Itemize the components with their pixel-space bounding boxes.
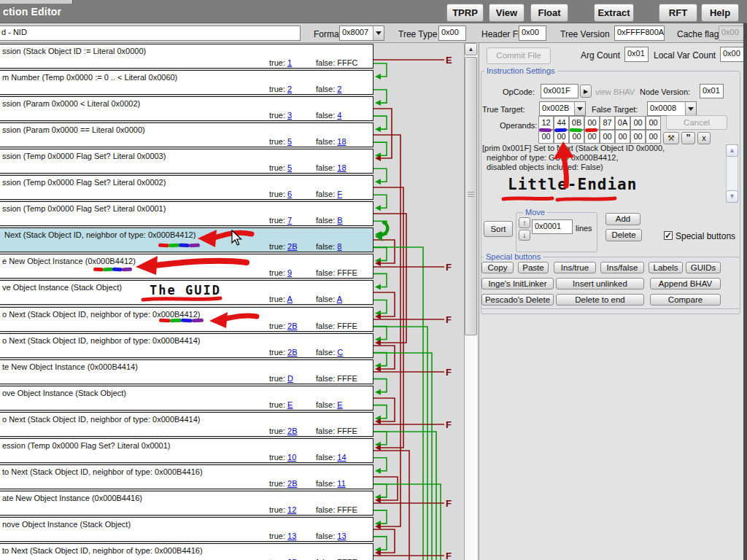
true-target[interactable]: 2B bbox=[287, 479, 297, 488]
false-target[interactable]: 13 bbox=[337, 532, 346, 540]
append-bhav-button[interactable]: Append BHAV bbox=[650, 278, 721, 289]
rft-button[interactable]: RFT bbox=[659, 4, 697, 22]
move-up-button[interactable]: ↑ bbox=[519, 217, 530, 228]
true-target[interactable]: 5 bbox=[287, 137, 292, 146]
add-button[interactable]: Add bbox=[605, 213, 640, 225]
false-target[interactable]: A bbox=[337, 295, 342, 303]
true-target-dropdown[interactable]: 0x002B bbox=[539, 101, 586, 116]
operand-cell[interactable]: 87 bbox=[600, 116, 615, 130]
false-target[interactable]: F bbox=[337, 190, 342, 198]
false-target[interactable]: 4 bbox=[337, 111, 341, 120]
operand-cell[interactable]: 00 bbox=[630, 130, 646, 144]
chevron-down-icon[interactable] bbox=[685, 102, 696, 115]
header-flag-input[interactable]: 0x00 bbox=[519, 26, 546, 41]
true-target[interactable]: 1 bbox=[287, 58, 292, 67]
instruction-row[interactable]: ssion (Param 0x0000 < Literal 0x0002)tru… bbox=[0, 96, 374, 121]
tree-type-input[interactable]: 0x00 bbox=[438, 26, 466, 41]
cancel-button[interactable]: Cancel bbox=[666, 115, 727, 130]
instruction-row[interactable]: Next (Stack Object ID, neighbor of type:… bbox=[0, 228, 374, 252]
true-target[interactable]: E bbox=[287, 400, 293, 409]
special-buttons-checkbox[interactable]: ✓ bbox=[664, 231, 673, 240]
false-target[interactable]: 11 bbox=[337, 479, 345, 488]
false-target[interactable]: 2 bbox=[337, 85, 341, 93]
instruction-row[interactable]: e New Object Instance (0x000B4412)true: … bbox=[0, 254, 374, 279]
instruction-list-scrollbar[interactable]: ▲ bbox=[464, 43, 477, 560]
true-target[interactable]: 10 bbox=[287, 453, 296, 462]
chevron-down-icon[interactable] bbox=[373, 26, 384, 40]
compare-button[interactable]: Compare bbox=[650, 294, 721, 306]
guids-button[interactable]: GUIDs bbox=[686, 262, 721, 273]
instruction-row[interactable]: ession (Temp 0x0000 Flag Set? Literal 0x… bbox=[0, 438, 374, 463]
false-target-dropdown[interactable]: 0x0008 bbox=[647, 101, 697, 116]
format-dropdown[interactable]: 0x8007 bbox=[339, 26, 384, 41]
delete-button[interactable]: Delete bbox=[605, 229, 642, 241]
instruction-row[interactable]: te New Object Instance (0x000B4414)true:… bbox=[0, 359, 374, 384]
false-target[interactable]: 14 bbox=[337, 453, 346, 462]
labels-button[interactable]: Labels bbox=[649, 262, 683, 273]
operand-cell[interactable]: 0A bbox=[615, 116, 630, 130]
move-down-button[interactable]: ↓ bbox=[519, 230, 530, 241]
true-target[interactable]: 2B bbox=[287, 427, 297, 435]
ins-true-button[interactable]: Ins/true bbox=[554, 262, 596, 273]
false-target[interactable]: E bbox=[337, 400, 342, 409]
inges-initlinker-button[interactable]: Inge's InitLinker bbox=[481, 278, 554, 289]
view-button[interactable]: View bbox=[489, 4, 525, 22]
copy-button[interactable]: Copy bbox=[481, 262, 514, 273]
operand-cell[interactable]: 00 bbox=[600, 130, 615, 144]
opcode-expand-button[interactable]: ▶ bbox=[580, 85, 592, 98]
true-target[interactable]: 3 bbox=[287, 111, 292, 120]
insert-unlinked-button[interactable]: Insert unlinked bbox=[556, 278, 644, 289]
commit-file-button[interactable]: Commit File bbox=[487, 47, 551, 64]
local-var-count-input[interactable]: 0x00 bbox=[720, 47, 744, 62]
true-target[interactable]: D bbox=[287, 374, 293, 383]
scroll-up-icon[interactable]: ▲ bbox=[726, 144, 738, 157]
operand-cell[interactable]: 00 bbox=[615, 130, 630, 144]
instruction-row[interactable]: ssion (Temp 0x0000 Flag Set? Literal 0x0… bbox=[0, 149, 374, 174]
pescados-delete-button[interactable]: Pescado's Delete bbox=[481, 294, 554, 306]
instruction-row[interactable]: o Next (Stack Object ID, neighbor of typ… bbox=[0, 412, 374, 437]
instruction-row[interactable]: ssion (Stack Object ID := Literal 0x0000… bbox=[0, 44, 374, 69]
true-target[interactable]: 2B bbox=[287, 242, 297, 251]
tree-version-input[interactable]: 0xFFFF800A bbox=[614, 26, 665, 41]
true-target[interactable]: A bbox=[287, 295, 292, 303]
instruction-row[interactable]: ssion (Temp 0x0000 Flag Set? Literal 0x0… bbox=[0, 175, 374, 200]
node-version-input[interactable]: 0x01 bbox=[700, 84, 724, 98]
operand-tools-icon[interactable]: ⚒ bbox=[663, 132, 679, 144]
scroll-down-icon[interactable]: ▼ bbox=[726, 190, 738, 203]
quotes-icon[interactable]: ” bbox=[681, 132, 695, 144]
true-target[interactable]: 7 bbox=[287, 216, 292, 225]
true-target[interactable]: 9 bbox=[287, 268, 292, 277]
instruction-row[interactable]: ssion (Param 0x0000 == Literal 0x0000)tr… bbox=[0, 122, 374, 147]
help-button[interactable]: Help bbox=[701, 4, 739, 22]
arg-count-input[interactable]: 0x01 bbox=[624, 47, 649, 62]
instruction-row[interactable]: m Number (Temp 0x0000 := 0 .. < Literal … bbox=[0, 70, 374, 95]
true-target[interactable]: 13 bbox=[287, 532, 296, 540]
instruction-row[interactable]: ssion (Temp 0x0000 Flag Set? Literal 0x0… bbox=[0, 201, 374, 226]
true-target[interactable]: 12 bbox=[287, 505, 296, 514]
paste-button[interactable]: Paste bbox=[518, 262, 549, 273]
instruction-row[interactable]: to Next (Stack Object ID, neighbor of ty… bbox=[0, 464, 374, 489]
ins-false-button[interactable]: Ins/false bbox=[600, 262, 644, 273]
false-target[interactable]: 18 bbox=[337, 163, 346, 172]
operand-cell[interactable]: 00 bbox=[646, 116, 661, 130]
instruction-row[interactable]: to Next (Stack Object ID, neighbor of ty… bbox=[0, 543, 374, 560]
opcode-input[interactable]: 0x001F bbox=[541, 84, 578, 98]
instruction-row[interactable]: nove Object Instance (Stack Object)true:… bbox=[0, 517, 374, 542]
false-target[interactable]: B bbox=[337, 216, 342, 225]
operand-cell[interactable]: 00 bbox=[630, 116, 646, 130]
scrollbar-thumb[interactable] bbox=[465, 57, 477, 335]
scroll-up-icon[interactable]: ▲ bbox=[465, 43, 477, 55]
instruction-row[interactable]: ate New Object Instance (0x000B4416)true… bbox=[0, 491, 374, 516]
true-target[interactable]: 5 bbox=[287, 163, 292, 172]
tprp-button[interactable]: TPRP bbox=[446, 4, 484, 22]
chevron-down-icon[interactable] bbox=[574, 102, 585, 115]
true-target[interactable]: 2B bbox=[287, 348, 297, 357]
true-target[interactable]: 2B bbox=[287, 322, 297, 330]
float-button[interactable]: Float bbox=[530, 4, 568, 22]
delete-to-end-button[interactable]: Delete to end bbox=[556, 294, 644, 306]
false-target[interactable]: C bbox=[337, 348, 343, 357]
true-target[interactable]: 6 bbox=[287, 190, 292, 198]
operand-cell[interactable]: 00 bbox=[646, 130, 661, 144]
false-target[interactable]: 8 bbox=[337, 242, 341, 251]
extract-button[interactable]: Extract bbox=[594, 4, 634, 22]
